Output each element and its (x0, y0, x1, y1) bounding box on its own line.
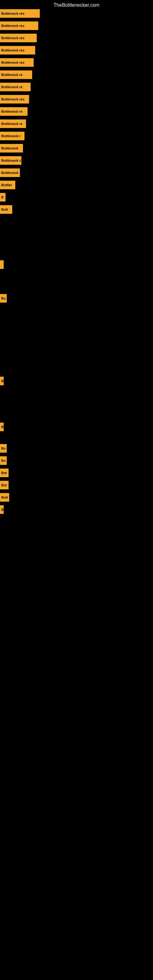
bar-item-4: Bottleneck res (0, 58, 33, 67)
bar-item-26: B (0, 505, 4, 514)
bar-label-4: Bottleneck res (0, 58, 33, 67)
bar-item-24: Bot (0, 481, 9, 489)
bar-item-14: Bottler (0, 181, 15, 189)
bar-item-0: Bottleneck res (0, 9, 40, 18)
bar-item-12: Bottleneck c (0, 156, 21, 165)
bar-item-5: Bottleneck re (0, 70, 32, 79)
bar-item-11: Bottleneck (0, 144, 23, 153)
bar-label-6: Bottleneck re (0, 83, 30, 91)
bar-label-26: B (0, 505, 4, 514)
bar-item-10: Bottleneck r (0, 132, 24, 140)
bar-label-9: Bottleneck re (0, 119, 26, 128)
site-title: TheBottlenecker.com (0, 0, 153, 10)
bar-item-18: Bo (0, 294, 7, 302)
bar-label-1: Bottleneck res (0, 21, 38, 30)
bar-label-15: B (0, 193, 5, 202)
bar-item-19: B (0, 377, 4, 385)
bar-item-1: Bottleneck res (0, 21, 38, 30)
bar-label-14: Bottler (0, 181, 15, 189)
bar-item-2: Bottleneck res (0, 34, 37, 42)
bar-label-5: Bottleneck re (0, 70, 32, 79)
bar-item-16: Bott (0, 205, 12, 214)
bar-label-18: Bo (0, 294, 7, 302)
bar-label-23: Bot (0, 469, 9, 477)
bar-label-12: Bottleneck c (0, 156, 21, 165)
bar-label-8: Bottleneck re (0, 107, 27, 116)
bar-item-7: Bottleneck res (0, 95, 29, 103)
bar-item-9: Bottleneck re (0, 119, 26, 128)
bar-label-22: Bo (0, 456, 7, 465)
bar-item-20: B (0, 423, 4, 431)
bar-item-3: Bottleneck res (0, 46, 35, 54)
bar-label-20: B (0, 423, 4, 431)
bar-item-22: Bo (0, 456, 7, 465)
bar-item-6: Bottleneck re (0, 83, 30, 91)
bar-item-23: Bot (0, 469, 9, 477)
bar-label-10: Bottleneck r (0, 132, 24, 140)
bar-label-7: Bottleneck res (0, 95, 29, 103)
bar-item-15: B (0, 193, 5, 202)
bar-label-16: Bott (0, 205, 12, 214)
bar-label-11: Bottleneck (0, 144, 23, 153)
bar-label-0: Bottleneck res (0, 9, 40, 18)
bar-label-19: B (0, 377, 4, 385)
bar-item-17 (0, 260, 4, 269)
bar-label-21: Bo (0, 444, 7, 453)
bar-item-25: Bott (0, 493, 9, 502)
bar-label-13: Bottleneck (0, 169, 20, 177)
bar-label-25: Bott (0, 493, 9, 502)
bar-label-24: Bot (0, 481, 9, 489)
bar-label-17 (0, 260, 4, 269)
bar-item-13: Bottleneck (0, 169, 20, 177)
bar-label-3: Bottleneck res (0, 46, 35, 54)
bar-item-21: Bo (0, 444, 7, 453)
bar-item-8: Bottleneck re (0, 107, 27, 116)
bar-label-2: Bottleneck res (0, 34, 37, 42)
